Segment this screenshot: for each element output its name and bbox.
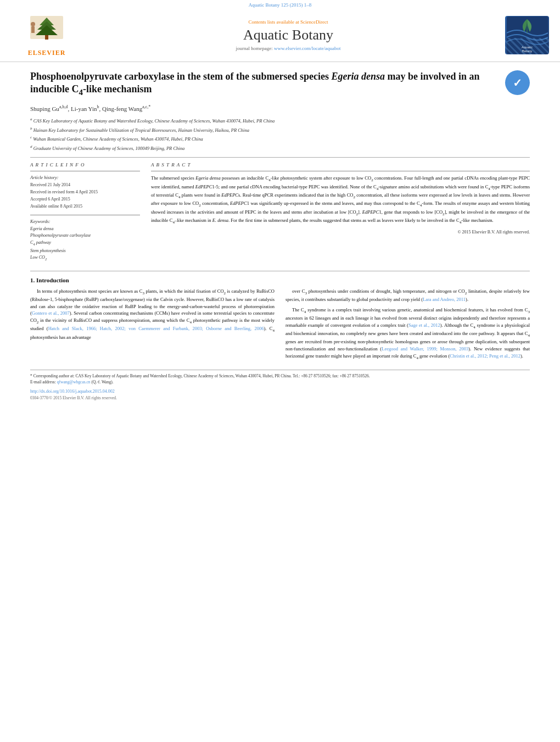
journal-logo-right: Aquatic Botany (494, 16, 549, 54)
abstract-text: The submersed species Egeria densa posse… (151, 175, 530, 225)
affiliation-d: d Graduate University of Chinese Academy… (30, 144, 530, 152)
ref-sage[interactable]: Sage et al., 2012 (408, 322, 440, 328)
elsevier-tree-svg (16, 13, 77, 49)
journal-title: Aquatic Botany (82, 27, 494, 43)
info-divider (30, 171, 140, 171)
journal-issue-info: Aquatic Botany 125 (2015) 1–8 (0, 0, 560, 9)
ref-christin[interactable]: Christin et al., 2012; Peng et al., 2012 (450, 353, 520, 359)
ref-hatch[interactable]: Hatch and Slack, 1966; Hatch, 2002; von … (48, 326, 264, 331)
abstract-column: A B S T R A C T The submersed species Eg… (151, 162, 530, 262)
body-columns: In terms of photosynthesis most species … (30, 288, 530, 364)
publisher-logo: ELSEVIER (11, 13, 82, 57)
keyword-3: C4 pathway (30, 239, 140, 247)
authors-line: Shuping Gua,b,d, Li-yan Yinb, Qing-feng … (30, 104, 530, 112)
svg-rect-6 (31, 26, 35, 33)
keyword-2: Phosphoenolpyruvate carboxylase (30, 232, 140, 239)
keywords-list: Egeria densa Phosphoenolpyruvate carboxy… (30, 226, 140, 263)
footnote-section: * Corresponding author at: CAS Key Labor… (30, 370, 530, 386)
article-dates: Received 21 July 2014 Received in revise… (30, 182, 140, 210)
keyword-4: Stem photosynthesis (30, 248, 140, 255)
corresponding-author-note: * Corresponding author at: CAS Key Labor… (30, 373, 530, 379)
keywords-section: Keywords: Egeria densa Phosphoenolpyruva… (30, 219, 140, 263)
body-col-left: In terms of photosynthesis most species … (30, 288, 275, 364)
article-title: Phosphoenolpyruvate carboxylase in the s… (30, 70, 480, 98)
article-history: Article history: Received 21 July 2014 R… (30, 175, 140, 210)
affiliation-c: c Wuhan Botanical Garden, Chinese Academ… (30, 135, 530, 143)
intro-para-2: over C3 photosynthesis under conditions … (285, 288, 530, 303)
email-link[interactable]: qfwang@wbgcas.cn (57, 380, 91, 384)
svg-text:Botany: Botany (522, 49, 532, 53)
keywords-title: Keywords: (30, 219, 140, 224)
crossmark-icon: ✓ (513, 76, 522, 90)
affiliation-b: b Hainan Key Laboratory for Sustainable … (30, 126, 530, 134)
keyword-5: Low CO2 (30, 254, 140, 262)
journal-info-center: Contents lists available at ScienceDirec… (82, 19, 494, 51)
body-content: 1. Introduction In terms of photosynthes… (30, 277, 530, 364)
email-note: E-mail address: qfwang@wbgcas.cn (Q.-f. … (30, 379, 530, 385)
sciencedirect-link[interactable]: ScienceDirect (300, 19, 328, 25)
intro-heading: 1. Introduction (30, 277, 530, 283)
available-date: Available online 8 April 2015 (30, 203, 140, 210)
header-divider (30, 157, 530, 158)
received-date: Received 21 July 2014 (30, 182, 140, 189)
ref-leegood[interactable]: Leegood and Walker, 1999; Monson, 2003 (382, 346, 468, 352)
abstract-divider (151, 171, 530, 171)
logo-svg: Aquatic Botany (507, 16, 548, 54)
svg-point-5 (31, 22, 35, 26)
journal-homepage: journal homepage: www.elsevier.com/locat… (82, 46, 494, 51)
abstract-copyright: © 2015 Elsevier B.V. All rights reserved… (151, 230, 530, 235)
elsevier-logo: ELSEVIER (11, 13, 82, 57)
body-col-right: over C3 photosynthesis under conditions … (285, 288, 530, 364)
ref-gontero[interactable]: Gontero et al., 2007 (32, 310, 70, 316)
intro-para-3: The C4 syndrome is a complex trait invol… (285, 306, 530, 361)
main-content: Phosphoenolpyruvate carboxylase in the s… (0, 62, 560, 409)
article-info-column: A R T I C L E I N F O Article history: R… (30, 162, 140, 262)
doi-section: http://dx.doi.org/10.1016/j.aquabot.2015… (30, 389, 530, 394)
homepage-link[interactable]: www.elsevier.com/locate/aquabot (274, 46, 340, 51)
journal-header: ELSEVIER Contents lists available at Sci… (0, 9, 560, 62)
article-title-section: Phosphoenolpyruvate carboxylase in the s… (30, 70, 530, 98)
intro-para-1: In terms of photosynthesis most species … (30, 288, 275, 341)
revised-date: Received in revised form 4 April 2015 (30, 189, 140, 196)
body-divider (30, 271, 530, 271)
info-abstract-columns: A R T I C L E I N F O Article history: R… (30, 162, 530, 262)
aquatic-botany-logo: Aquatic Botany (505, 16, 549, 54)
issn-copyright: 0304-3770/© 2015 Elsevier B.V. All right… (30, 395, 530, 400)
page: Aquatic Botany 125 (2015) 1–8 E (0, 0, 560, 742)
article-info-heading: A R T I C L E I N F O (30, 162, 140, 168)
ref-lara[interactable]: Lara and Andreo, 2011 (423, 297, 466, 302)
svg-text:Aquatic: Aquatic (521, 46, 532, 49)
doi-link[interactable]: http://dx.doi.org/10.1016/j.aquabot.2015… (30, 389, 115, 394)
article-history-title: Article history: (30, 175, 140, 180)
accepted-date: Accepted 6 April 2015 (30, 196, 140, 203)
keywords-divider (30, 215, 140, 215)
affiliations: a CAS Key Laboratory of Aquatic Botany a… (30, 116, 530, 152)
sciencedirect-info: Contents lists available at ScienceDirec… (82, 19, 494, 25)
affiliation-a: a CAS Key Laboratory of Aquatic Botany a… (30, 116, 530, 125)
elsevier-wordmark: ELSEVIER (28, 49, 66, 57)
keyword-1: Egeria densa (30, 226, 140, 233)
crossmark-badge[interactable]: ✓ (505, 70, 530, 95)
abstract-heading: A B S T R A C T (151, 162, 530, 168)
